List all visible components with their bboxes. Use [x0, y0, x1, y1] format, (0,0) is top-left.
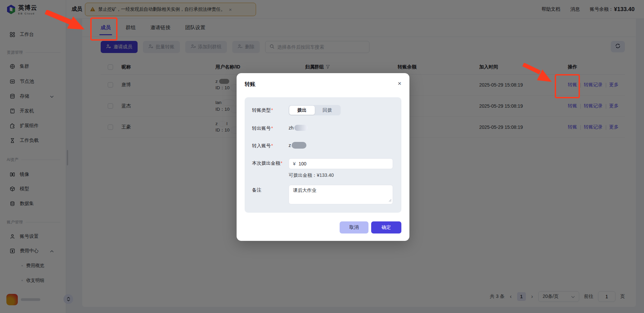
- transfer-type-label: 转账类型*: [252, 107, 273, 113]
- type-option-dial-out[interactable]: 拨出: [289, 106, 315, 115]
- amount-input[interactable]: ¥ 100: [289, 158, 393, 169]
- to-account-value: z: [289, 142, 306, 149]
- close-icon[interactable]: ×: [398, 80, 401, 87]
- from-account-value: zh: [289, 125, 308, 131]
- redaction-blob: [294, 125, 308, 131]
- remark-textarea[interactable]: 课后大作业: [289, 185, 393, 204]
- remark-label: 备注: [252, 187, 261, 193]
- required-asterisk: *: [271, 125, 273, 131]
- to-account-label: 转入账号*: [252, 143, 273, 149]
- required-asterisk: *: [271, 107, 273, 113]
- modal-title: 转账: [245, 81, 255, 88]
- resize-grip-icon[interactable]: [389, 198, 392, 203]
- amount-value: 100: [299, 161, 306, 166]
- required-asterisk: *: [271, 143, 273, 148]
- redaction-blob: [292, 142, 306, 149]
- from-account-label: 转出账号*: [252, 125, 273, 132]
- type-option-dial-back[interactable]: 回拨: [315, 106, 340, 115]
- app-root: 英博云 EB Cloud 工作台 资源管理 集群 节点池 存储: [0, 0, 644, 313]
- confirm-button[interactable]: 确定: [371, 221, 401, 233]
- currency-prefix: ¥: [293, 161, 296, 166]
- required-asterisk: *: [281, 160, 282, 166]
- transfer-form-panel: 转账类型* 拨出 回拨 转出账号* zh 转入账号* z 本次拨出金额* ¥ 1…: [245, 97, 401, 213]
- cancel-button[interactable]: 取消: [340, 221, 368, 233]
- transfer-type-segmented: 拨出 回拨: [289, 105, 341, 115]
- available-amount-hint: 可拨出金额：¥133.40: [289, 172, 334, 178]
- transfer-modal: 转账 × 转账类型* 拨出 回拨 转出账号* zh 转入账号* z 本次拨出金额…: [237, 73, 409, 241]
- amount-label: 本次拨出金额*: [252, 160, 282, 166]
